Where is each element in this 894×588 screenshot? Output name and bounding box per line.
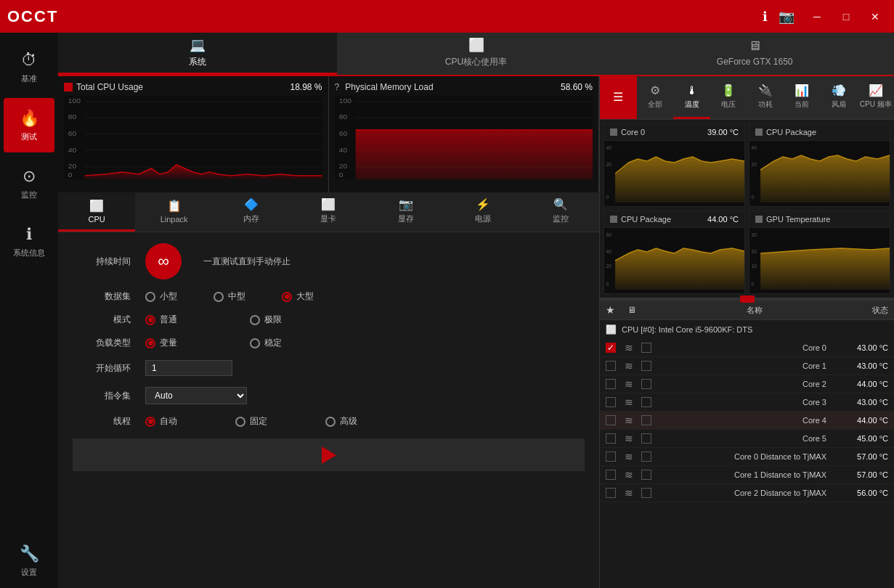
row-monitor-icon[interactable] — [641, 452, 651, 462]
right-nav-voltage[interactable]: 🔋 电压 — [710, 76, 747, 119]
row-monitor-icon[interactable] — [641, 415, 651, 425]
table-row: ≋ Core 3 43.00 °C — [600, 393, 894, 412]
info-icon[interactable]: ℹ — [763, 9, 768, 25]
right-nav-current[interactable]: 📊 当前 — [784, 76, 821, 119]
table-row: ≋ Core 2 44.00 °C — [600, 375, 894, 393]
maximize-button[interactable]: □ — [834, 5, 858, 28]
sub-tab-monitor-sub[interactable]: 🔍 监控 — [522, 192, 599, 232]
mode-extreme-radio[interactable] — [250, 315, 260, 325]
row-monitor-icon[interactable] — [641, 361, 651, 371]
chart-cpu-package-bottom-header: CPU Package 44.00 °C — [604, 211, 744, 228]
svg-text:80: 80 — [338, 113, 346, 121]
test-icon: 🔥 — [20, 109, 39, 128]
svg-text:20: 20 — [752, 248, 757, 255]
divider-handle[interactable] — [740, 295, 755, 303]
dataset-content: 小型 中型 大型 — [145, 290, 585, 303]
star-header[interactable]: ★ — [606, 304, 624, 316]
mode-extreme[interactable]: 极限 — [250, 314, 282, 326]
load-variable[interactable]: 变量 — [145, 337, 177, 349]
sidebar-item-sysinfo[interactable]: ℹ 系统信息 — [4, 214, 54, 269]
sub-tab-vram[interactable]: 📷 显存 — [367, 192, 444, 232]
svg-text:40: 40 — [606, 144, 611, 151]
chart-cpu-pkg-top-icon — [755, 128, 763, 136]
thread-auto-radio[interactable] — [145, 417, 155, 427]
row-monitor-icon[interactable] — [641, 470, 651, 480]
right-nav-menu[interactable]: ☰ — [600, 76, 637, 119]
thread-advanced-radio[interactable] — [325, 417, 336, 427]
dataset-large-radio[interactable] — [282, 292, 292, 302]
thread-fixed[interactable]: 固定 — [235, 415, 267, 428]
cpu-subtab-icon: ⬜ — [89, 199, 104, 213]
thread-advanced[interactable]: 高级 — [325, 415, 357, 428]
right-nav-all[interactable]: ⚙ 全部 — [637, 76, 674, 119]
row-checkbox[interactable] — [606, 397, 616, 407]
sub-tab-power[interactable]: ⚡ 电源 — [444, 192, 521, 232]
instruction-set-select[interactable]: Auto — [145, 387, 247, 404]
thread-auto[interactable]: 自动 — [145, 415, 177, 428]
tab-cpu-core[interactable]: ⬜ CPU核心使用率 — [337, 33, 616, 75]
cpu-usage-icon — [64, 83, 73, 91]
row-checkbox[interactable] — [606, 433, 616, 444]
dataset-medium[interactable]: 中型 — [214, 290, 245, 303]
row-monitor-icon[interactable] — [641, 433, 651, 444]
load-stable-radio[interactable] — [250, 338, 260, 348]
row-checkbox[interactable] — [606, 488, 616, 498]
main-layout: ⏱ 基准 🔥 测试 ⊙ 监控 ℹ 系统信息 🔧 设置 💻 系统 — [0, 33, 894, 588]
sub-tab-gpu[interactable]: ⬜ 显卡 — [290, 192, 367, 232]
dataset-small[interactable]: 小型 — [145, 290, 177, 303]
sidebar-item-settings[interactable]: 🔧 设置 — [4, 534, 54, 588]
row-checkbox[interactable] — [606, 361, 616, 371]
right-nav-power[interactable]: 🔌 功耗 — [747, 76, 784, 119]
row-monitor-icon[interactable] — [641, 343, 651, 353]
mode-normal[interactable]: 普通 — [145, 314, 177, 326]
row-monitor-icon[interactable] — [641, 488, 651, 498]
sub-tab-memory[interactable]: 🔷 内存 — [213, 192, 290, 232]
camera-icon[interactable]: 📷 — [779, 9, 795, 25]
mode-normal-radio[interactable] — [145, 315, 155, 325]
tab-geforce[interactable]: 🖥 GeForce GTX 1650 — [615, 33, 894, 75]
right-nav-temp[interactable]: 🌡 温度 — [673, 76, 710, 119]
row-checkbox[interactable] — [606, 379, 616, 389]
panel-divider[interactable] — [600, 298, 894, 301]
power-subtab-icon: ⚡ — [476, 197, 490, 211]
left-sidebar: ⏱ 基准 🔥 测试 ⊙ 监控 ℹ 系统信息 🔧 设置 — [0, 33, 58, 588]
start-cycle-input[interactable] — [145, 360, 232, 376]
sidebar-item-test[interactable]: 🔥 测试 — [4, 98, 54, 152]
tab-system[interactable]: 💻 系统 — [58, 33, 337, 75]
dataset-medium-radio[interactable] — [214, 292, 224, 302]
load-variable-radio[interactable] — [145, 338, 155, 348]
close-button[interactable]: ✕ — [863, 5, 887, 28]
row-monitor-icon[interactable] — [641, 379, 651, 389]
sidebar-item-monitor[interactable]: ⊙ 监控 — [4, 156, 54, 211]
svg-text:0: 0 — [606, 280, 609, 287]
row-temp-icon: ≋ — [619, 433, 638, 444]
start-button[interactable] — [73, 438, 585, 471]
infinity-button[interactable]: ∞ — [145, 243, 182, 279]
row-monitor-icon[interactable] — [641, 397, 651, 407]
sub-tab-cpu[interactable]: ⬜ CPU — [58, 192, 135, 232]
row-checkbox[interactable] — [606, 470, 616, 480]
chart-cpu-package-bottom: CPU Package 44.00 °C 60 40 20 0 — [604, 211, 745, 294]
current-icon: 📊 — [795, 83, 809, 97]
thread-fixed-radio[interactable] — [235, 417, 245, 427]
row-checkbox[interactable] — [606, 415, 616, 425]
voltage-icon: 🔋 — [721, 83, 736, 97]
middle-section: Total CPU Usage 18.98 % — [58, 76, 894, 588]
sidebar-item-benchmark[interactable]: ⏱ 基准 — [4, 40, 54, 94]
right-nav-fan[interactable]: 💨 风扇 — [821, 76, 858, 119]
sub-tab-linpack[interactable]: 📋 Linpack — [135, 192, 212, 232]
mode-row: 模式 普通 极限 — [73, 314, 585, 326]
memory-subtab-icon: 🔷 — [244, 197, 259, 211]
row-checkbox[interactable]: ✓ — [606, 343, 616, 353]
left-panel: Total CPU Usage 18.98 % — [58, 76, 599, 588]
dataset-small-radio[interactable] — [145, 292, 155, 302]
table-row: ✓ ≋ Core 0 43.00 °C — [600, 339, 894, 357]
start-cycle-row: 开始循环 — [73, 360, 585, 376]
right-nav-cpu-freq[interactable]: 📈 CPU 频率 — [857, 76, 894, 119]
svg-rect-22 — [355, 130, 593, 179]
dataset-large[interactable]: 大型 — [282, 290, 314, 303]
minimize-button[interactable]: ─ — [805, 5, 829, 28]
load-stable[interactable]: 稳定 — [250, 337, 282, 349]
row-checkbox[interactable] — [606, 452, 616, 462]
svg-text:40: 40 — [338, 147, 346, 154]
